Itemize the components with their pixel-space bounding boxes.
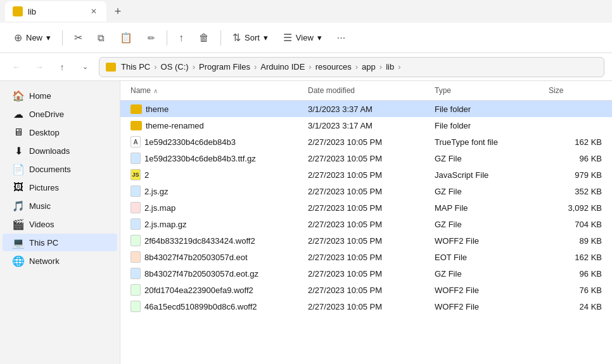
sidebar-item-onedrive[interactable]: ☁ OneDrive [3,105,117,123]
share-button[interactable]: ↑ [172,28,190,47]
file-row-theme-renamed[interactable]: theme-renamed 3/1/2023 3:17 AM File fold… [120,117,612,134]
more-icon: ··· [337,32,345,44]
sidebar-item-pictures[interactable]: 🖼 Pictures 📌 [3,179,117,196]
sidebar: 🏠 Home ☁ OneDrive 🖥 Desktop 📌 ⬇ Download… [0,81,120,364]
file-name-theme-renamed: theme-renamed [125,120,303,132]
file-size-eot: 162 KB [544,251,607,263]
col-type[interactable]: Type [430,84,544,97]
forward-button[interactable]: → [30,58,48,76]
delete-button[interactable]: 🗑 [193,28,215,47]
view-label: View [296,33,314,42]
file-name-theme: theme [125,103,303,115]
breadcrumb-osc[interactable]: OS (C:) [161,62,189,72]
woff-icon [131,301,141,312]
file-row-ttf[interactable]: A 1e59d2330b4c6deb84b3 2/27/2023 10:05 P… [120,134,612,150]
file-size-ttf-gz: 96 KB [544,153,607,165]
tab-folder-icon [13,6,23,16]
sidebar-item-music[interactable]: 🎵 Music 📌 [3,197,117,215]
sidebar-label-home: Home [29,91,110,101]
file-modified-woff2-2: 2/27/2023 10:05 PM [303,284,430,296]
file-modified-theme: 3/1/2023 3:37 AM [303,103,430,115]
main-layout: 🏠 Home ☁ OneDrive 🖥 Desktop 📌 ⬇ Download… [0,81,612,364]
file-row-ttf-gz[interactable]: 1e59d2330b4c6deb84b3.ttf.gz 2/27/2023 10… [120,150,612,166]
file-list-header: Name ∧ Date modified Type Size [120,81,612,101]
col-size[interactable]: Size [544,84,607,97]
breadcrumb-resources[interactable]: resources [316,62,352,72]
file-modified-theme-renamed: 3/1/2023 3:17 AM [303,120,430,132]
file-type-2js-gz: GZ File [430,185,544,198]
col-name-label: Name [131,86,151,95]
file-name-ttf-gz: 1e59d2330b4c6deb84b3.ttf.gz [125,151,303,165]
breadcrumb-arduinoide[interactable]: Arduino IDE [260,62,305,72]
file-row-woff2-3[interactable]: 46a15ecd510899b0d8c6.woff2 2/27/2023 10:… [120,298,612,315]
file-type-2js: JavaScript File [430,169,544,181]
tab-lib[interactable]: lib ✕ [5,1,106,22]
view-chevron-icon: ▾ [317,33,322,42]
sidebar-item-videos[interactable]: 🎬 Videos 📌 [3,215,117,233]
home-icon: 🏠 [13,90,24,101]
col-name[interactable]: Name ∧ [125,84,303,97]
sidebar-label-desktop: Desktop [29,128,96,137]
down-chevron-button[interactable]: ⌄ [76,58,94,76]
sidebar-label-thispc: This PC [29,238,110,248]
sidebar-item-thispc[interactable]: 💻 This PC [3,234,117,251]
breadcrumb-thispc[interactable]: This PC [121,62,150,72]
file-row-2js-map[interactable]: 2.js.map 2/27/2023 10:05 PM MAP File 3,0… [120,199,612,216]
file-row-eot-gz[interactable]: 8b43027f47b20503057d.eot.gz 2/27/2023 10… [120,265,612,282]
sidebar-item-network[interactable]: 🌐 Network [3,252,117,270]
back-button[interactable]: ← [8,58,25,76]
tab-title: lib [28,7,36,16]
title-bar: lib ✕ + [0,0,612,23]
file-name-woff2-1: 2f64b833219dc8433424.woff2 [125,234,303,248]
file-name-eot: 8b43027f47b20503057d.eot [125,250,303,264]
rename-button[interactable]: ✏ [141,29,162,47]
file-row-2js[interactable]: JS 2 2/27/2023 10:05 PM JavaScript File … [120,166,612,183]
file-row-eot[interactable]: 8b43027f47b20503057d.eot 2/27/2023 10:05… [120,249,612,265]
file-size-2js-map: 3,092 KB [544,202,607,214]
file-type-eot: EOT File [430,251,544,263]
copy-button[interactable]: ⧉ [91,28,111,47]
col-modified[interactable]: Date modified [303,84,430,97]
up-button[interactable]: ↑ [53,58,71,76]
cut-button[interactable]: ✂ [68,28,89,47]
new-button[interactable]: ⊕ New ▾ [8,28,57,47]
eot-icon [131,251,141,263]
file-modified-2js-map-gz: 2/27/2023 10:05 PM [303,218,430,230]
tab-close-button[interactable]: ✕ [89,6,99,16]
view-button[interactable]: ☰ View ▾ [277,28,328,47]
folder-icon [131,121,142,130]
breadcrumb-bar[interactable]: This PC › OS (C:) › Program Files › Ardu… [99,57,604,77]
sort-button[interactable]: ⇅ Sort ▾ [226,28,274,47]
sidebar-item-desktop[interactable]: 🖥 Desktop 📌 [3,123,117,141]
file-row-woff2-1[interactable]: 2f64b833219dc8433424.woff2 2/27/2023 10:… [120,232,612,249]
sidebar-item-home[interactable]: 🏠 Home [3,87,117,104]
more-button[interactable]: ··· [331,28,352,47]
desktop-icon: 🖥 [13,127,24,138]
new-icon: ⊕ [14,32,22,44]
downloads-icon: ⬇ [13,145,24,156]
file-size-eot-gz: 96 KB [544,268,607,280]
file-name-2js-map-gz: 2.js.map.gz [125,217,303,231]
file-name-2js-map: 2.js.map [125,201,303,215]
file-row-theme[interactable]: theme 3/1/2023 3:37 AM File folder [120,101,612,117]
breadcrumb-lib[interactable]: lib [386,62,394,72]
sidebar-item-documents[interactable]: 📄 Documents 📌 [3,160,117,178]
breadcrumb-app[interactable]: app [362,62,376,72]
file-row-woff2-2[interactable]: 20fd1704ea223900efa9.woff2 2/27/2023 10:… [120,282,612,298]
file-size-woff2-2: 76 KB [544,284,607,296]
file-type-2js-map-gz: GZ File [430,218,544,230]
copy-icon: ⧉ [98,32,105,44]
map-icon [131,202,141,213]
sidebar-item-downloads[interactable]: ⬇ Downloads 📌 [3,142,117,160]
paste-button[interactable]: 📋 [113,28,139,47]
file-type-eot-gz: GZ File [430,268,544,280]
woff-icon [131,235,141,246]
sort-label: Sort [245,33,260,42]
file-row-2js-map-gz[interactable]: 2.js.map.gz 2/27/2023 10:05 PM GZ File 7… [120,216,612,232]
file-modified-eot: 2/27/2023 10:05 PM [303,251,430,263]
breadcrumb-programfiles[interactable]: Program Files [199,62,250,72]
paste-icon: 📋 [120,32,132,44]
file-panel: Name ∧ Date modified Type Size theme 3/1… [120,81,612,364]
file-row-2js-gz[interactable]: 2.js.gz 2/27/2023 10:05 PM GZ File 352 K… [120,183,612,199]
new-tab-button[interactable]: + [109,3,127,20]
